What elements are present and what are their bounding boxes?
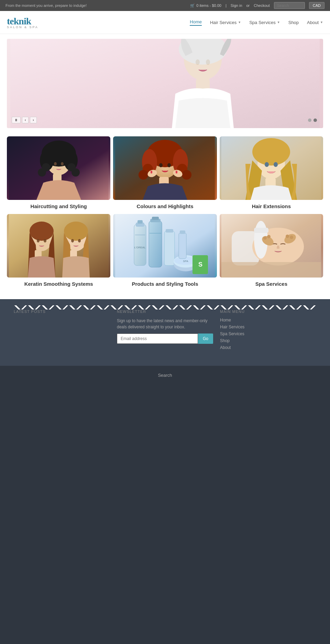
svg-rect-33 [176,171,177,173]
svg-point-16 [54,162,57,166]
svg-rect-40 [9,214,109,278]
service-keratin-label: Keratin Smoothing Systems [7,278,110,289]
footer-link-spa-services[interactable]: Spa Services [220,331,316,336]
svg-rect-57 [149,221,162,267]
nav-spa-services-label: Spa Services [249,20,276,25]
svg-text:S: S [198,261,202,268]
header: teknik SALON & SPA Home Hair Services ▼ … [0,11,330,34]
checkout-link[interactable]: Checkout [254,3,270,8]
nav-about[interactable]: About ▼ [307,20,323,25]
products-svg: L'OREAL SPA S [115,214,215,278]
hero-dots [308,118,317,122]
cart-text: 0 items - $0.00 [196,3,221,8]
newsletter-form: Go [117,334,213,344]
nav-hair-services[interactable]: Hair Services ▼ [210,20,241,25]
hero-prev-button[interactable]: ‹ [22,117,29,123]
svg-rect-52 [134,224,146,265]
footer-link-home[interactable]: Home [220,318,316,323]
divider: | [226,3,227,8]
service-colours[interactable]: Colours and Highlights [113,136,217,211]
newsletter-text: Sign up to have the latest news and memb… [117,318,213,330]
newsletter-title: NEWSLETTER [117,309,213,314]
hero-controls: ⏸ ‹ › [12,117,37,123]
svg-point-36 [252,138,290,166]
footer-link-shop[interactable]: Shop [220,338,316,343]
svg-point-80 [286,235,289,238]
svg-rect-59 [152,217,159,220]
svg-point-26 [182,170,191,180]
svg-point-45 [64,222,88,241]
main-nav: Home Hair Services ▼ Spa Services ▼ Shop… [190,19,323,26]
service-spa[interactable]: Spa Services [220,214,323,289]
service-colours-label: Colours and Highlights [113,200,217,211]
bottom-search-link[interactable]: Search [158,373,172,378]
search-input[interactable] [274,2,305,9]
svg-point-81 [290,236,293,239]
footer-link-about[interactable]: About [220,345,316,350]
nav-shop[interactable]: Shop [288,20,299,25]
spa-svg [221,214,321,278]
svg-point-30 [159,163,163,167]
service-haircutting[interactable]: Haircutting and Styling [7,136,110,211]
svg-point-14 [72,168,80,177]
nav-hair-services-label: Hair Services [210,20,236,25]
svg-text:SPA: SPA [183,260,188,263]
svg-point-39 [274,162,278,167]
svg-rect-54 [138,220,143,224]
service-extensions[interactable]: Hair Extensions [220,136,323,211]
nav-home[interactable]: Home [190,19,202,26]
haircutting-svg [9,136,109,200]
hero-dot-1[interactable] [308,118,311,122]
service-keratin-image [7,214,110,278]
svg-point-4 [206,59,210,65]
svg-point-12 [38,168,46,177]
service-products[interactable]: L'OREAL SPA S [113,214,217,289]
or-text: or [246,3,250,8]
footer-link-hair-services[interactable]: Hair Services [220,325,316,329]
hero-banner: ⏸ ‹ › [7,39,323,128]
logo-sub: SALON & SPA [7,25,38,29]
service-haircutting-image [7,136,110,200]
footer-main-menu: MAIN MENU Home Hair Services Spa Service… [220,309,316,352]
svg-rect-69 [179,233,186,259]
extensions-svg [221,136,321,200]
latest-posts-title: LATEST POSTS [14,309,110,314]
service-extensions-label: Hair Extensions [220,200,323,211]
main-menu-title: MAIN MENU [220,309,316,314]
hero-pause-button[interactable]: ⏸ [12,117,21,123]
services-grid: Haircutting and Styling [0,133,330,299]
service-products-image: L'OREAL SPA S [113,214,217,278]
svg-rect-82 [221,262,321,278]
service-keratin[interactable]: Keratin Smoothing Systems [7,214,110,289]
signin-link[interactable]: Sign in [231,3,242,8]
svg-point-38 [265,162,269,167]
cart-info[interactable]: 🛒 0 items - $0.00 [190,3,221,8]
newsletter-go-button[interactable]: Go [198,334,213,344]
svg-rect-75 [254,228,268,233]
svg-rect-61 [164,231,175,265]
hero-dot-2[interactable] [314,118,317,122]
svg-point-47 [37,239,40,242]
top-bar: From the moment you arrive, prepare to i… [0,0,330,11]
hero-next-button[interactable]: › [30,117,36,123]
tagline: From the moment you arrive, prepare to i… [6,3,87,8]
svg-point-79 [267,235,271,238]
cart-icon: 🛒 [190,3,195,8]
chevron-down-icon: ▼ [277,21,280,24]
newsletter-email-input[interactable] [117,334,198,344]
cad-button[interactable]: CAD [309,2,324,9]
service-colours-image [113,136,217,200]
svg-rect-70 [180,230,185,234]
footer: LATEST POSTS NEWSLETTER Sign up to have … [0,299,330,366]
service-spa-image [220,214,323,278]
svg-point-3 [196,59,200,65]
svg-point-17 [61,162,64,166]
logo[interactable]: teknik SALON & SPA [7,16,38,29]
footer-menu-links: Home Hair Services Spa Services Shop Abo… [220,318,316,350]
footer-latest-posts: LATEST POSTS [14,309,110,352]
nav-spa-services[interactable]: Spa Services ▼ [249,20,280,25]
chevron-down-icon: ▼ [320,21,323,24]
svg-rect-55 [135,235,145,235]
keratin-svg [9,214,109,278]
svg-point-31 [167,163,171,167]
